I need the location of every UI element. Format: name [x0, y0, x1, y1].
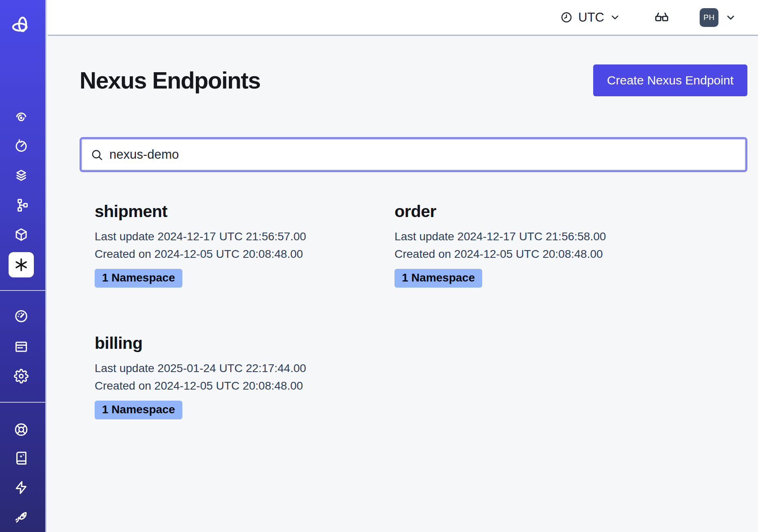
cube-icon: [14, 227, 29, 242]
search-icon: [91, 149, 103, 161]
timer-icon: [14, 139, 29, 153]
timezone-label: UTC: [578, 10, 604, 25]
glasses-button[interactable]: [654, 10, 669, 25]
sidebar-item-cube[interactable]: [10, 223, 33, 246]
sidebar-item-rocket[interactable]: [10, 506, 33, 529]
avatar[interactable]: PH: [700, 8, 718, 27]
glasses-icon: [654, 10, 669, 25]
search-container: [80, 137, 747, 172]
search-input[interactable]: [109, 147, 736, 162]
sidebar-item-timer[interactable]: [10, 135, 33, 157]
chevron-down-icon: [610, 12, 621, 23]
rocket-icon: [14, 510, 29, 525]
sidebar-item-life-buoy[interactable]: [10, 418, 33, 441]
endpoint-name[interactable]: order: [395, 202, 747, 221]
timezone-selector[interactable]: UTC: [560, 10, 621, 25]
sidebar-item-nexus[interactable]: [9, 252, 34, 277]
workflow-nodes-icon: [14, 198, 29, 213]
sidebar-item-browser-window[interactable]: [10, 335, 33, 358]
spiral-icon: [14, 110, 29, 124]
endpoint-card[interactable]: order Last update 2024-12-17 UTC 21:56:5…: [379, 202, 747, 288]
endpoint-created-on: Created on 2024-12-05 UTC 20:08:48.00: [95, 377, 379, 395]
sidebar-item-gear[interactable]: [10, 365, 33, 388]
endpoint-dates: Last update 2024-12-17 UTC 21:56:57.00 C…: [95, 228, 379, 263]
temporal-logo-icon[interactable]: [11, 16, 31, 36]
endpoint-last-update: Last update 2024-12-17 UTC 21:56:57.00: [95, 228, 379, 245]
life-buoy-icon: [14, 422, 29, 437]
sidebar-item-lightning[interactable]: [10, 476, 33, 499]
sidebar-item-book-sparkles[interactable]: [10, 447, 33, 470]
account-menu[interactable]: PH: [700, 8, 736, 27]
gear-icon: [14, 369, 29, 383]
sidebar-divider: [0, 290, 45, 291]
topbar: UTC PH: [48, 0, 758, 36]
gauge-icon: [14, 309, 29, 324]
endpoint-created-on: Created on 2024-12-05 UTC 20:08:48.00: [395, 245, 747, 263]
browser-window-icon: [14, 339, 29, 354]
page-title: Nexus Endpoints: [80, 67, 260, 94]
asterisk-icon: [13, 257, 29, 273]
create-nexus-endpoint-button[interactable]: Create Nexus Endpoint: [593, 64, 747, 96]
chevron-down-icon: [725, 12, 736, 23]
sidebar-item-workflow-nodes[interactable]: [10, 194, 33, 217]
endpoint-card[interactable]: billing Last update 2025-01-24 UTC 22:17…: [80, 334, 379, 419]
endpoint-name[interactable]: shipment: [95, 202, 379, 221]
endpoint-last-update: Last update 2025-01-24 UTC 22:17:44.00: [95, 359, 379, 377]
book-sparkles-icon: [14, 451, 29, 466]
sidebar: [0, 0, 47, 532]
namespace-badge: 1 Namespace: [95, 269, 182, 288]
endpoint-name[interactable]: billing: [95, 334, 379, 353]
endpoint-dates: Last update 2024-12-17 UTC 21:56:58.00 C…: [395, 228, 747, 263]
endpoint-card[interactable]: shipment Last update 2024-12-17 UTC 21:5…: [80, 202, 379, 288]
namespace-badge: 1 Namespace: [395, 269, 482, 288]
clock-icon: [560, 11, 573, 24]
endpoint-dates: Last update 2025-01-24 UTC 22:17:44.00 C…: [95, 359, 379, 395]
endpoint-created-on: Created on 2024-12-05 UTC 20:08:48.00: [95, 245, 379, 263]
sidebar-item-layers[interactable]: [10, 164, 33, 187]
sidebar-item-gauge[interactable]: [10, 305, 33, 328]
layers-icon: [14, 168, 29, 183]
sidebar-divider: [0, 402, 45, 403]
sidebar-item-spiral[interactable]: [10, 106, 33, 129]
endpoint-grid: shipment Last update 2024-12-17 UTC 21:5…: [80, 202, 747, 419]
main-content: Nexus Endpoints Create Nexus Endpoint sh…: [48, 37, 758, 532]
lightning-icon: [14, 480, 29, 495]
endpoint-last-update: Last update 2024-12-17 UTC 21:56:58.00: [395, 228, 747, 245]
namespace-badge: 1 Namespace: [95, 401, 182, 419]
